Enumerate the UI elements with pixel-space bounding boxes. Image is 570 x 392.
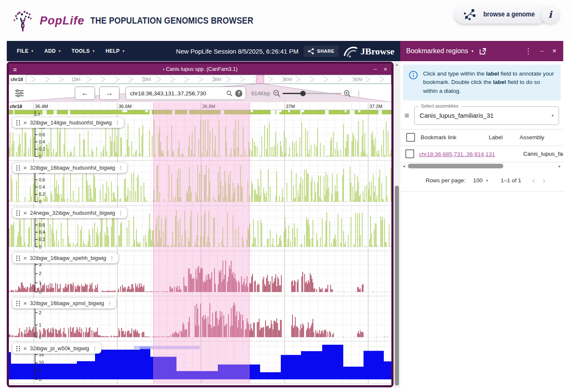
track-header[interactable]: ×32ibgw_16bagw_hudsonfst_bigwig⋮ [12,162,127,173]
svg-text:chr18: chr18 [10,104,22,109]
browse-button-label: browse a genome [483,11,535,18]
detail-ruler[interactable]: chr1836.4M36.6M36.8M37M37.2M [9,103,391,110]
view-title-text: Canis lupus spp. (CanFam3.1) [166,66,238,72]
track-close-button[interactable]: × [23,345,27,351]
track-name: 32ibgw_16bagw_xpehh_bigwig [30,255,106,261]
track-menu-button[interactable]: ⋮ [114,120,120,125]
track-menu-button[interactable]: ⋮ [109,255,114,261]
zoom-out-icon[interactable] [273,89,281,97]
location-search-input[interactable] [129,90,224,97]
svg-text:36.4M: 36.4M [35,104,48,109]
scroll-left-icon[interactable]: ◂ [403,164,405,168]
drag-handle-icon[interactable] [16,210,20,216]
drag-handle-icon[interactable] [16,165,20,171]
track-menu-button[interactable]: ⋮ [118,210,123,216]
track-close-button[interactable]: × [23,165,27,171]
coverage-strip[interactable]: 0 [9,110,391,116]
zoom-slider[interactable] [282,90,342,96]
alert-text: Click and type within the label field to… [423,70,555,95]
view-breadcrumb-caret: › [163,66,164,72]
menu-file[interactable]: FILE▼ [17,48,34,54]
view-minimize-button[interactable]: ─ [374,67,377,72]
chromosome-overview[interactable]: 10M20M30M40M50Mchr18 [9,75,391,84]
track-close-button[interactable]: × [23,300,27,306]
hscroll-thumb[interactable] [408,164,503,168]
panel-caret-icon: ▾ [472,49,474,53]
bookmarks-table: Bookmark link Label Assembly chr18:36,68… [400,129,563,192]
row-checkbox[interactable] [405,149,414,158]
zoom-slider-thumb[interactable] [300,91,306,96]
genome-network-icon [464,8,476,20]
drag-handle-icon[interactable] [16,120,20,126]
track-menu-button[interactable]: ⋮ [107,300,112,306]
view-controls-row: ← → ? 914Kbp [9,84,391,103]
track-menu-button[interactable]: ⋮ [92,346,98,351]
drag-handle-icon[interactable] [16,300,20,306]
svg-text:0.6: 0.6 [39,222,45,227]
assembly-select-row: ≡ Select assemblies Canis_lupus_familiar… [404,106,559,125]
scroll-right-icon[interactable]: ▸ [559,164,561,168]
column-bookmark-link: Bookmark link [421,134,489,141]
panel-minimize-button[interactable]: ─ [540,48,544,54]
session-title: New PopLife Session 8/5/2025, 6:26:41 PM [176,48,299,55]
track-header[interactable]: ×32ibgw_16bagw_xpehh_bigwig⋮ [12,253,118,263]
track-row: 0123×32ibgw_16bagw_xpnsl_bigwig⋮ [9,296,391,341]
select-all-checkbox[interactable] [406,133,415,142]
drag-handle-icon[interactable] [16,346,20,351]
panel-close-button[interactable]: × [552,47,556,55]
assembly-select-label: Select assemblies [419,103,461,108]
track-row: 00.20.40.60.81×32ibgw_16bagw_hudsonfst_b… [9,161,391,206]
pan-left-button[interactable]: ← [75,87,95,100]
table-horizontal-scrollbar[interactable]: ◂ ▸ [402,163,562,169]
menu-tools[interactable]: TOOLS▼ [71,48,95,54]
track-selector-icon[interactable] [15,89,24,97]
rows-per-page-select[interactable]: 100 ▾ [473,177,488,184]
track-row: 00.20.40.60.81×24negw_32ibgw_hudsonfst_b… [9,206,391,251]
track-menu-button[interactable]: ⋮ [118,165,123,170]
previous-page-button[interactable]: ‹ [532,176,535,185]
view-title: › Canis lupus spp. (CanFam3.1) [9,66,391,72]
view-menu-icon[interactable]: ≡ [13,66,17,73]
track-header[interactable]: ×32ibgw_pi_w50k_bigwig⋮ [12,343,101,354]
next-page-button[interactable]: › [543,176,546,185]
search-icon[interactable] [226,90,233,97]
track-header[interactable]: ×24negw_32ibgw_hudsonfst_bigwig⋮ [12,208,127,218]
search-help-icon[interactable]: ? [235,90,242,97]
bookmarks-panel-title[interactable]: Bookmarked regions ▾ [406,47,473,55]
svg-text:0.6: 0.6 [39,177,45,182]
jbrowse-logo: JBrowse [343,44,394,59]
region-size-label: 914Kbp [251,90,270,97]
track-header[interactable]: ×32ibgw_16bagw_xpnsl_bigwig⋮ [12,298,116,308]
track-close-button[interactable]: × [23,255,27,261]
pan-right-button[interactable]: → [99,87,119,100]
caret-down-icon: ▼ [58,49,61,53]
open-in-new-icon[interactable] [479,48,486,55]
menu-add[interactable]: ADD▼ [44,48,62,54]
assembly-select[interactable]: Select assemblies Canis_lupus_familiaris… [414,106,559,125]
svg-text:0: 0 [39,289,41,295]
svg-text:5: 5 [39,368,41,373]
caret-down-icon: ▼ [92,49,95,53]
track-close-button[interactable]: × [23,119,27,126]
scrollbar-up-icon[interactable]: ▲ [394,62,400,67]
drag-handle-icon[interactable] [16,255,20,261]
bookmark-link[interactable]: chr18:36,685,731..36,914,131 [419,151,495,157]
track-header[interactable]: ×32ibgw_14itgw_hudsonfst_bigwig⋮ [12,117,124,128]
info-button[interactable]: i [541,5,559,24]
view-close-button[interactable]: × [384,66,387,73]
view-options-kebab[interactable]: ⋮ [356,89,362,97]
track-close-button[interactable]: × [23,210,27,216]
share-button[interactable]: SHARE [304,46,339,57]
svg-text:37.2M: 37.2M [369,104,383,109]
main-vertical-scrollbar[interactable]: ▲ [394,62,400,388]
column-label: Label [489,134,519,141]
track-name: 32ibgw_pi_w50k_bigwig [30,345,89,351]
panel-hamburger-icon[interactable]: ≡ [404,111,409,120]
scrollbar-thumb[interactable] [395,186,399,386]
rows-per-page-value: 100 [473,177,483,184]
jbrowse-swoosh-icon [343,44,358,59]
menu-help[interactable]: HELP▼ [106,48,125,54]
panel-menu-button[interactable]: ⋮ [525,47,532,56]
zoom-in-icon[interactable] [343,89,351,97]
browse-a-genome-button[interactable]: browse a genome [454,5,547,24]
